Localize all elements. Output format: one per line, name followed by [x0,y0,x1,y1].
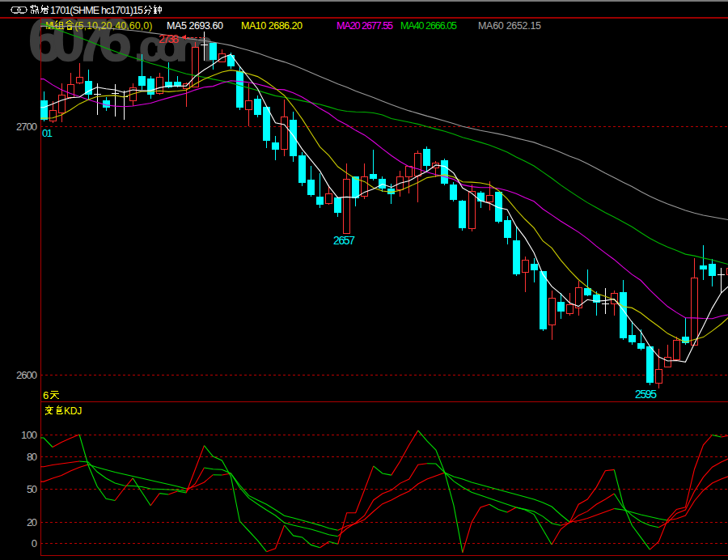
svg-text:50: 50 [27,483,37,495]
svg-text:2738: 2738 [159,32,179,45]
svg-text:2600: 2600 [16,369,37,381]
svg-text:6076: 6076 [28,6,132,74]
svg-text:6: 6 [43,389,49,401]
svg-text:2700: 2700 [16,121,37,133]
svg-text:1701(SHME hc1701)15: 1701(SHME hc1701)15 [50,5,143,16]
svg-text:01: 01 [42,127,53,139]
svg-text:0: 0 [32,537,37,549]
svg-text:80: 80 [27,451,37,463]
svg-text:2657: 2657 [333,234,355,247]
svg-text:MA60 2652.15: MA60 2652.15 [478,20,541,32]
svg-text:KDJ: KDJ [64,405,82,417]
svg-text:2595: 2595 [635,388,657,401]
svg-text:MA5 2693.60: MA5 2693.60 [167,20,223,32]
svg-text:MA10 2686.20: MA10 2686.20 [241,20,303,32]
svg-text:(5,10,20,40,60,0): (5,10,20,40,60,0) [74,20,152,32]
svg-text:MA40 2666.05: MA40 2666.05 [400,20,457,32]
svg-text:100: 100 [21,429,37,441]
svg-text:20: 20 [27,516,37,528]
svg-text:MA20 2677.55: MA20 2677.55 [336,20,393,32]
